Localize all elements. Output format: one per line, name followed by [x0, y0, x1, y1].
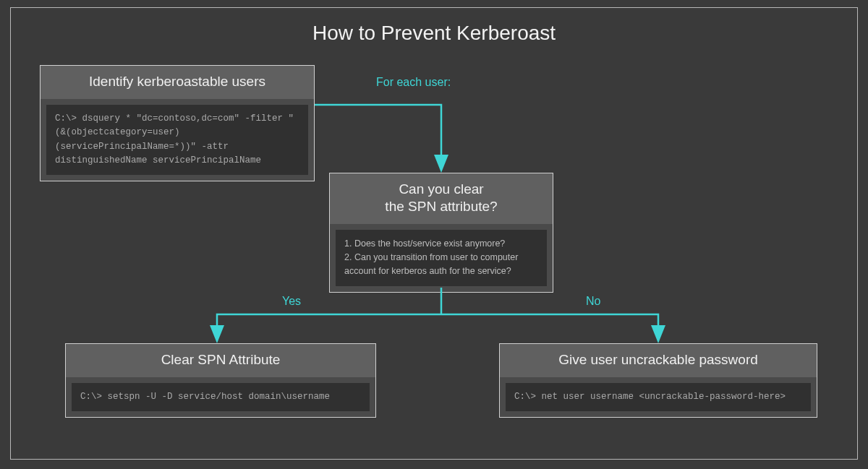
node-decision: Can you clear the SPN attribute? 1. Does… — [329, 173, 553, 293]
node-identify-code: C:\> dsquery * "dc=contoso,dc=com" -filt… — [46, 105, 308, 176]
diagram-title: How to Prevent Kerberoast — [0, 22, 868, 45]
node-identify: Identify kerberoastable users C:\> dsque… — [40, 65, 315, 181]
node-uncrackable-header: Give user uncrackable password — [500, 344, 817, 377]
node-uncrackable: Give user uncrackable password C:\> net … — [499, 343, 817, 418]
node-decision-header: Can you clear the SPN attribute? — [330, 173, 553, 224]
node-clear-code: C:\> setspn -U -D service/host domain\us… — [72, 383, 370, 411]
decision-line1: Can you clear — [339, 181, 544, 198]
node-identify-header: Identify kerberoastable users — [41, 66, 314, 99]
node-clear-header: Clear SPN Attribute — [66, 344, 375, 377]
node-uncrackable-code: C:\> net user username <uncrackable-pass… — [506, 383, 811, 411]
node-decision-body: 1. Does the host/service exist anymore? … — [336, 230, 547, 286]
label-for-each: For each user: — [376, 76, 451, 89]
decision-line2: the SPN attribute? — [339, 198, 544, 215]
label-no: No — [586, 295, 600, 308]
label-yes: Yes — [282, 295, 301, 308]
node-clear-spn: Clear SPN Attribute C:\> setspn -U -D se… — [65, 343, 376, 418]
